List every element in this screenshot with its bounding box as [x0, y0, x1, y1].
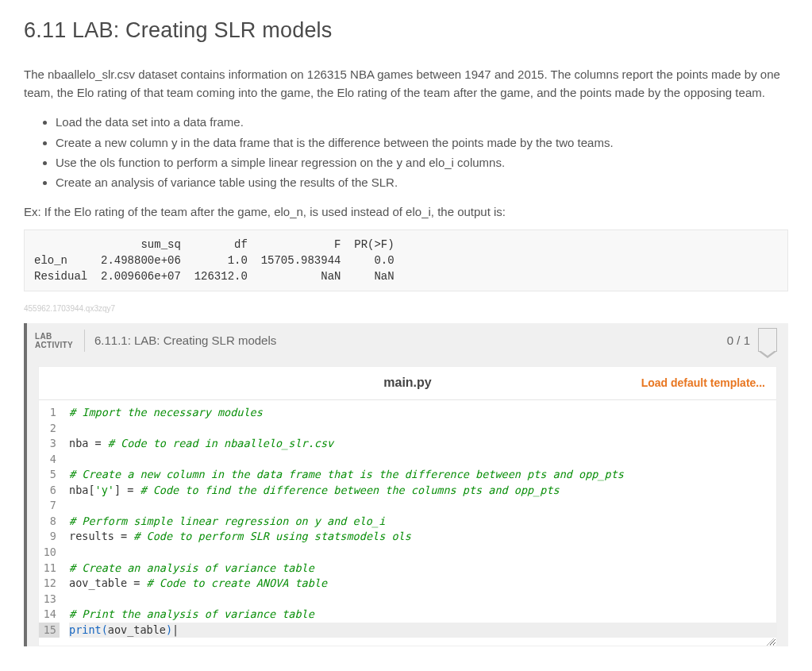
- watermark: 455962.1703944.qx3zqy7: [24, 303, 788, 315]
- line-number: 3: [39, 436, 60, 452]
- code-line[interactable]: [69, 545, 776, 561]
- code-line[interactable]: nba = # Code to read in nbaallelo_slr.cs…: [69, 436, 776, 452]
- line-number: 15: [39, 623, 60, 638]
- code-line[interactable]: # Print the analysis of variance table: [69, 607, 776, 623]
- activity-score: 0 / 1: [727, 331, 750, 349]
- list-item: Create a new column y in the data frame …: [56, 133, 788, 152]
- code-line[interactable]: [69, 452, 776, 468]
- list-item: Create an analysis of variance table usi…: [56, 173, 788, 191]
- line-number: 13: [39, 592, 60, 607]
- line-number: 10: [39, 545, 60, 561]
- activity-tag: LAB ACTIVITY: [27, 332, 81, 349]
- list-item: Use the ols function to perform a simple…: [56, 153, 788, 172]
- resize-handle-icon[interactable]: [766, 635, 774, 643]
- code-line[interactable]: nba['y'] = # Code to find the difference…: [69, 483, 776, 499]
- code-line[interactable]: [69, 421, 776, 437]
- page-title: 6.11 LAB: Creating SLR models: [24, 14, 788, 48]
- code-line[interactable]: # Perform simple linear regression on y …: [69, 514, 776, 530]
- line-number: 12: [39, 576, 60, 592]
- line-number: 5: [39, 467, 60, 483]
- line-number: 11: [39, 561, 60, 577]
- code-line[interactable]: # Create an analysis of variance table: [69, 561, 776, 577]
- code-line[interactable]: # Import the necessary modules: [69, 405, 776, 421]
- code-line[interactable]: [69, 592, 776, 607]
- line-number: 14: [39, 607, 60, 623]
- line-number: 4: [39, 452, 60, 468]
- line-number: 8: [39, 514, 60, 530]
- code-line[interactable]: print(aov_table)|: [69, 623, 776, 638]
- task-list: Load the data set into a data frame. Cre…: [24, 113, 788, 191]
- activity-tag-line2: ACTIVITY: [35, 341, 73, 349]
- load-default-template-link[interactable]: Load default template...: [641, 375, 776, 392]
- line-number: 2: [39, 421, 60, 437]
- code-editor-panel: main.py Load default template... 1234567…: [38, 366, 777, 646]
- example-lead: Ex: If the Elo rating of the team after …: [24, 202, 788, 221]
- divider: [84, 330, 85, 352]
- activity-header: LAB ACTIVITY 6.11.1: LAB: Creating SLR m…: [27, 323, 788, 358]
- code-lines[interactable]: # Import the necessary modules nba = # C…: [64, 400, 776, 638]
- code-line[interactable]: [69, 498, 776, 514]
- intro-paragraph: The nbaallelo_slr.csv dataset contains i…: [24, 65, 788, 102]
- filename-tab[interactable]: main.py: [383, 373, 431, 393]
- line-number: 1: [39, 405, 60, 421]
- example-output: sum_sq df F PR(>F) elo_n 2.498800e+06 1.…: [24, 229, 788, 292]
- code-line[interactable]: # Create a new column in the data frame …: [69, 467, 776, 483]
- line-number: 6: [39, 483, 60, 499]
- lab-activity: LAB ACTIVITY 6.11.1: LAB: Creating SLR m…: [24, 323, 788, 646]
- bookmark-icon[interactable]: [758, 328, 777, 352]
- list-item: Load the data set into a data frame.: [56, 113, 788, 131]
- line-number: 9: [39, 529, 60, 545]
- activity-title: 6.11.1: LAB: Creating SLR models: [88, 331, 727, 349]
- editor-tabs: main.py Load default template...: [39, 367, 776, 400]
- activity-tag-line1: LAB: [35, 332, 73, 341]
- code-line[interactable]: aov_table = # Code to create ANOVA table: [69, 576, 776, 592]
- code-editor[interactable]: 123456789101112131415 # Import the neces…: [39, 400, 776, 646]
- code-line[interactable]: results = # Code to perform SLR using st…: [69, 529, 776, 545]
- line-number-gutter: 123456789101112131415: [39, 400, 64, 638]
- line-number: 7: [39, 498, 60, 514]
